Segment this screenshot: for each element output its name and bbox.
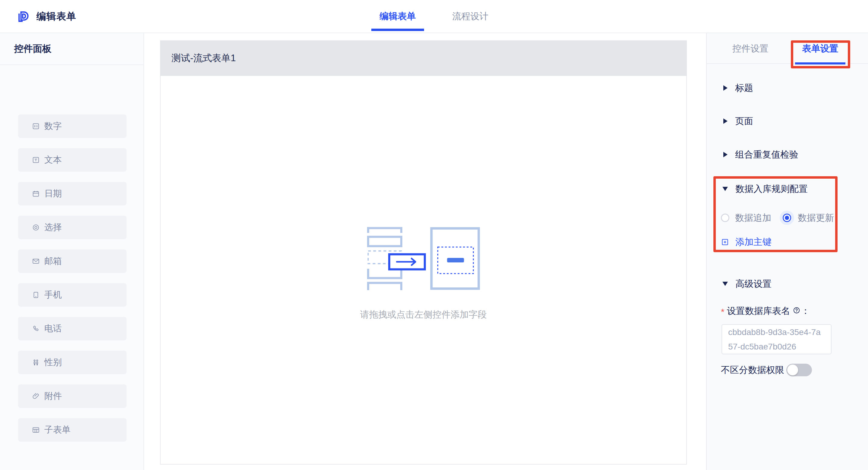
widget-item-number[interactable]: 数字 xyxy=(18,115,127,138)
chevron-right-icon xyxy=(723,85,727,91)
section-title[interactable]: 标题 xyxy=(707,79,868,97)
email-icon xyxy=(32,257,40,265)
data-permission-row: 不区分数据权限： xyxy=(707,361,868,379)
section-storage-rules[interactable]: 数据入库规则配置 xyxy=(707,180,868,198)
add-primary-key-link[interactable]: 添加主键 xyxy=(707,233,868,251)
plus-square-icon xyxy=(721,238,729,246)
phone-icon xyxy=(32,325,40,333)
section-advanced-settings[interactable]: 高级设置 xyxy=(707,275,868,293)
form-drop-area[interactable]: 请拖拽或点击左侧控件添加字段 xyxy=(160,76,687,465)
radio-data-update[interactable] xyxy=(783,214,791,222)
gender-icon xyxy=(32,358,40,366)
empty-state-hint: 请拖拽或点击左侧控件添加字段 xyxy=(161,309,686,321)
widget-item-date[interactable]: 日期 xyxy=(18,182,127,206)
date-icon xyxy=(32,190,40,198)
widget-item-select[interactable]: 选择 xyxy=(18,216,127,239)
chevron-right-icon xyxy=(723,152,727,157)
top-nav-tabs: 编辑表单 流程设计 xyxy=(371,0,497,33)
tab-form-settings[interactable]: 表单设置 xyxy=(795,33,845,64)
top-bar: 编辑表单 编辑表单 流程设计 发布 xyxy=(0,0,868,33)
section-page[interactable]: 页面 xyxy=(707,112,868,130)
widget-item-email[interactable]: 邮箱 xyxy=(18,249,127,273)
storage-mode-radio-group: 数据追加 数据更新 xyxy=(707,209,868,227)
section-duplicate-check[interactable]: 组合重复值检验 xyxy=(707,146,868,164)
radio-data-update-label[interactable]: 数据更新 xyxy=(798,212,834,224)
widget-item-subform[interactable]: 子表单 xyxy=(18,418,127,442)
form-title-bar[interactable]: 测试-流式表单1 xyxy=(160,40,687,76)
tab-flow-design[interactable]: 流程设计 xyxy=(444,0,497,33)
table-name-input[interactable]: cbbdab8b-9d3a-35e4-7a57-dc5bae7b0d26 xyxy=(721,324,832,354)
widget-item-text[interactable]: 文本 xyxy=(18,148,127,172)
app-root: 编辑表单 编辑表单 流程设计 发布 xyxy=(0,0,868,470)
radio-data-append-label[interactable]: 数据追加 xyxy=(735,212,771,224)
toggle-knob xyxy=(787,365,798,375)
number-icon xyxy=(32,122,40,130)
tab-widget-settings[interactable]: 控件设置 xyxy=(725,33,776,64)
widget-item-phone[interactable]: 电话 xyxy=(18,317,127,340)
widget-item-mobile[interactable]: 手机 xyxy=(18,283,127,307)
data-permission-toggle[interactable] xyxy=(786,364,812,376)
form-title: 测试-流式表单1 xyxy=(172,52,236,64)
subform-icon xyxy=(32,426,40,434)
required-asterisk: * xyxy=(721,307,724,317)
widget-item-gender[interactable]: 性别 xyxy=(18,351,127,374)
mobile-icon xyxy=(32,291,40,299)
radio-data-append[interactable] xyxy=(721,214,730,222)
page-title: 编辑表单 xyxy=(36,10,76,23)
chevron-right-icon xyxy=(723,118,727,124)
widget-item-attachment[interactable]: 附件 xyxy=(18,384,127,408)
chevron-down-icon xyxy=(722,187,728,191)
tab-edit-form[interactable]: 编辑表单 xyxy=(371,0,424,33)
empty-state-illustration xyxy=(367,226,480,292)
control-panel-title: 控件面板 xyxy=(0,33,144,65)
settings-panel: 控件设置 表单设置 标题 页面 组合重复值检验 数据入库规则配置 数据追加 数据… xyxy=(706,33,868,470)
brand: 编辑表单 xyxy=(17,0,76,33)
select-icon xyxy=(32,224,40,231)
settings-panel-tabs: 控件设置 表单设置 xyxy=(707,33,868,64)
control-panel-sidebar: 控件面板 数字 xyxy=(0,33,144,470)
chevron-down-icon xyxy=(722,282,728,286)
help-circle-icon[interactable] xyxy=(793,306,801,315)
text-icon xyxy=(32,156,40,164)
form-canvas: 测试-流式表单1 xyxy=(160,40,687,465)
ld-logo-icon xyxy=(17,10,30,23)
attachment-icon xyxy=(32,392,40,400)
table-name-field-label: * 设置数据库表名 ： xyxy=(707,302,868,320)
